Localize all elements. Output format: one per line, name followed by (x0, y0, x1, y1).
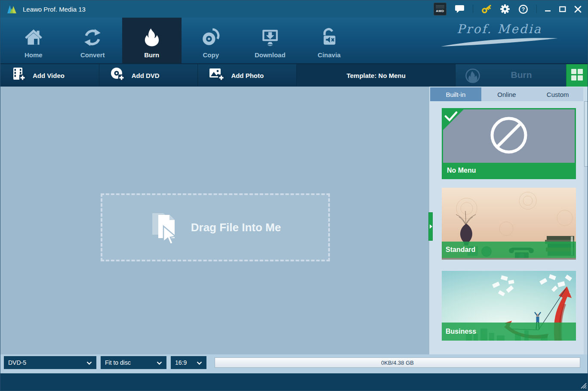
scrollbar-thumb[interactable] (584, 101, 588, 167)
amd-badge-label: AMD (436, 9, 444, 13)
dropzone-label: Drag File Into Me (191, 221, 281, 234)
maximize-icon[interactable] (559, 6, 566, 12)
chevron-down-icon (157, 359, 162, 366)
nav-tab-convert[interactable]: Convert (63, 18, 123, 63)
bottom-settings-bar: DVD-5 Fit to disc 16:9 0KB/4.38 GB (0, 354, 588, 373)
nav-tab-home[interactable]: Home (4, 18, 63, 63)
template-panel-toggle-button[interactable] (566, 64, 588, 87)
nav-tab-download[interactable]: Download (240, 18, 300, 63)
template-card-standard[interactable]: Standard (442, 188, 576, 260)
drag-file-dropzone[interactable]: Drag File Into Me (101, 193, 330, 261)
brand-text: Prof. Media (435, 22, 564, 36)
burn-button-disabled[interactable]: Burn (456, 64, 566, 87)
template-grid-icon (571, 69, 583, 82)
template-name: Standard (446, 246, 475, 254)
copy-icon (201, 26, 221, 49)
window-title: Leawo Prof. Media 13 (23, 6, 86, 13)
nav-tab-copy[interactable]: Copy (182, 18, 241, 63)
burn-button-label: Burn (511, 70, 532, 80)
template-tabs: Built-in Online Custom (430, 87, 583, 101)
main-nav: Home Convert Burn (0, 18, 588, 64)
add-video-icon (11, 67, 27, 84)
nav-label: Home (25, 51, 43, 59)
close-icon[interactable] (574, 6, 582, 13)
burn-icon (142, 26, 162, 49)
template-label-bar: Business (442, 323, 576, 341)
add-video-button[interactable]: Add Video (0, 64, 99, 87)
add-dvd-label: Add DVD (132, 72, 160, 79)
brand-logo: Prof. Media (435, 22, 564, 47)
home-icon (24, 26, 43, 49)
nav-tab-burn[interactable]: Burn (122, 18, 182, 63)
template-name: No Menu (447, 167, 476, 174)
toolbar: Add Video Add DVD (0, 64, 588, 87)
svg-text:?: ? (522, 6, 525, 12)
disc-type-dropdown[interactable]: DVD-5 (4, 356, 96, 369)
template-indicator-label: Template: No Menu (347, 72, 406, 79)
no-menu-prohibited-icon (489, 115, 529, 157)
download-icon (260, 26, 280, 49)
nav-label: Copy (203, 51, 219, 59)
tab-custom[interactable]: Custom (532, 87, 583, 101)
nav-label: Convert (80, 51, 105, 59)
gear-icon[interactable] (500, 4, 510, 14)
template-panel: Built-in Online Custom (429, 87, 588, 354)
chevron-down-icon (197, 359, 202, 366)
chat-icon[interactable] (455, 4, 465, 14)
panel-collapse-handle[interactable] (428, 212, 433, 241)
content-area: Drag File Into Me (0, 87, 429, 354)
convert-icon (83, 26, 102, 49)
disc-capacity-bar: 0KB/4.38 GB (215, 357, 580, 368)
add-video-label: Add Video (33, 72, 65, 79)
template-scrollbar[interactable] (584, 101, 588, 354)
resize-grip-icon[interactable] (579, 381, 587, 391)
add-photo-button[interactable]: Add Photo (198, 64, 297, 87)
template-indicator: Template: No Menu (297, 64, 456, 87)
cinavia-icon (319, 26, 339, 49)
fit-mode-value: Fit to disc (105, 359, 131, 366)
app-window: Leawo Prof. Media 13 AMD (0, 0, 588, 391)
chevron-down-icon (86, 359, 92, 366)
burn-disc-icon (465, 68, 480, 85)
nav-label: Download (255, 51, 286, 59)
selected-check-icon (444, 111, 458, 124)
help-icon[interactable]: ? (518, 4, 528, 14)
add-dvd-icon (110, 67, 126, 84)
add-photo-icon (209, 67, 225, 84)
add-dvd-button[interactable]: Add DVD (99, 64, 198, 87)
leawo-logo-icon (6, 4, 18, 14)
template-label-bar: Standard (442, 242, 576, 258)
aspect-ratio-dropdown[interactable]: 16:9 (171, 356, 206, 369)
minimize-icon[interactable] (545, 6, 551, 12)
brand-swoosh-icon (439, 37, 560, 47)
nav-label: Burn (144, 51, 159, 59)
titlebar-separator (536, 5, 537, 13)
key-icon[interactable] (481, 4, 492, 14)
aspect-ratio-value: 16:9 (175, 359, 187, 366)
add-photo-label: Add Photo (231, 72, 264, 79)
disc-type-value: DVD-5 (8, 359, 26, 366)
amd-radeon-badge: AMD (434, 3, 446, 16)
drag-file-icon (150, 210, 179, 245)
tab-online[interactable]: Online (481, 87, 533, 101)
template-name: Business (446, 328, 476, 335)
nav-label: Cinavia (318, 51, 341, 59)
titlebar: Leawo Prof. Media 13 AMD (0, 0, 588, 18)
template-card-business[interactable]: Business (442, 271, 576, 341)
template-card-no-menu[interactable]: No Menu (442, 108, 576, 179)
statusbar (0, 373, 588, 391)
template-list: No Menu (429, 101, 584, 354)
capacity-label: 0KB/4.38 GB (381, 360, 414, 366)
titlebar-separator (473, 5, 473, 13)
tab-built-in[interactable]: Built-in (430, 87, 481, 101)
fit-mode-dropdown[interactable]: Fit to disc (101, 356, 166, 369)
nav-tab-cinavia[interactable]: Cinavia (300, 18, 359, 63)
panel-expand-icon (430, 224, 432, 229)
